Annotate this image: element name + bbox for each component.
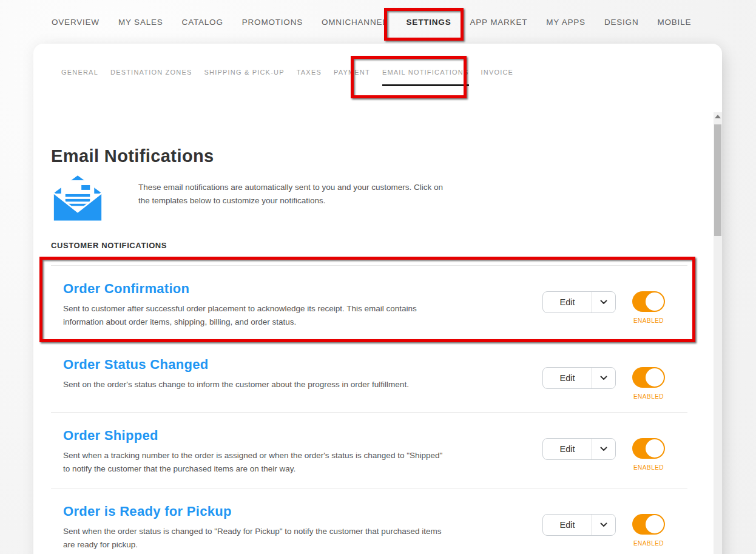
top-nav-item-design[interactable]: DESIGN <box>604 18 639 27</box>
toggle-knob <box>646 368 664 387</box>
up-arrow-icon[interactable] <box>715 115 721 118</box>
settings-panel: GENERALDESTINATION ZONESSHIPPING & PICK-… <box>33 44 722 554</box>
edit-button[interactable]: Edit <box>543 292 592 312</box>
top-nav-item-settings[interactable]: SETTINGS <box>407 18 451 27</box>
chevron-down-icon <box>600 376 607 380</box>
edit-button[interactable]: Edit <box>543 439 592 459</box>
toggle-status-label: ENABLED <box>633 464 664 471</box>
vertical-scrollbar[interactable] <box>714 112 722 554</box>
subnav-item-general[interactable]: GENERAL <box>61 69 98 76</box>
top-nav-item-omnichannel[interactable]: OMNICHANNEL <box>322 18 388 27</box>
chevron-down-icon <box>600 447 607 451</box>
notification-list: Order Confirmation Sent to customer afte… <box>51 265 687 554</box>
top-nav-item-my-apps[interactable]: MY APPS <box>546 18 586 27</box>
enabled-toggle[interactable] <box>632 438 665 459</box>
toggle-status-label: ENABLED <box>633 317 664 324</box>
top-nav: OVERVIEWMY SALESCATALOGPROMOTIONSOMNICHA… <box>52 0 691 44</box>
notification-row: Order Confirmation Sent to customer afte… <box>51 266 687 342</box>
edit-split-button: Edit <box>542 291 616 313</box>
toggle-knob <box>646 515 664 533</box>
top-nav-item-catalog[interactable]: CATALOG <box>182 18 223 27</box>
notification-title-link[interactable]: Order Confirmation <box>63 280 189 297</box>
subnav-item-invoice[interactable]: INVOICE <box>481 69 514 76</box>
chevron-down-icon <box>600 522 607 527</box>
notification-row: Order Shipped Sent when a tracking numbe… <box>51 413 687 488</box>
subnav-item-taxes[interactable]: TAXES <box>297 69 322 76</box>
subnav-item-shipping-pick-up[interactable]: SHIPPING & PICK-UP <box>204 69 284 76</box>
notification-title-link[interactable]: Order Status Changed <box>63 356 208 373</box>
edit-dropdown-button[interactable] <box>592 368 615 388</box>
toggle-knob <box>646 292 664 311</box>
top-nav-item-overview[interactable]: OVERVIEW <box>52 18 100 27</box>
page-title: Email Notifications <box>51 146 687 166</box>
notification-description: Sent on the order's status change to inf… <box>63 378 409 391</box>
edit-button[interactable]: Edit <box>543 368 592 388</box>
top-nav-item-mobile[interactable]: MOBILE <box>657 18 691 27</box>
notification-row: Order Status Changed Sent on the order's… <box>51 342 687 413</box>
edit-dropdown-button[interactable] <box>592 292 615 312</box>
edit-split-button: Edit <box>542 438 616 460</box>
edit-dropdown-button[interactable] <box>592 439 615 459</box>
chevron-down-icon <box>600 300 607 305</box>
edit-split-button: Edit <box>542 367 616 389</box>
edit-split-button: Edit <box>542 514 616 536</box>
subnav-item-payment[interactable]: PAYMENT <box>334 69 370 76</box>
notification-title-link[interactable]: Order is Ready for Pickup <box>63 503 232 520</box>
enabled-toggle[interactable] <box>632 514 665 535</box>
notification-description: Sent when the order status is changed to… <box>63 525 447 552</box>
section-label: CUSTOMER NOTIFICATIONS <box>51 241 687 250</box>
top-nav-item-promotions[interactable]: PROMOTIONS <box>242 18 303 27</box>
edit-button[interactable]: Edit <box>543 515 592 535</box>
notification-description: Sent when a tracking number to the order… <box>63 449 447 476</box>
page-description: These email notifications are automatica… <box>138 174 455 223</box>
subnav-item-email-notifications[interactable]: EMAIL NOTIFICATIONS <box>382 69 469 76</box>
enabled-toggle[interactable] <box>632 367 665 388</box>
notification-description: Sent to customer after successful order … <box>63 302 447 329</box>
scrollbar-thumb[interactable] <box>714 124 721 236</box>
top-nav-item-app-market[interactable]: APP MARKET <box>470 18 527 27</box>
toggle-knob <box>646 439 664 458</box>
toggle-status-label: ENABLED <box>633 540 664 547</box>
edit-dropdown-button[interactable] <box>592 515 615 535</box>
notification-row: Order is Ready for Pickup Sent when the … <box>51 488 687 554</box>
enabled-toggle[interactable] <box>632 291 665 312</box>
toggle-status-label: ENABLED <box>633 393 664 400</box>
notification-title-link[interactable]: Order Shipped <box>63 427 158 444</box>
settings-subnav: GENERALDESTINATION ZONESSHIPPING & PICK-… <box>51 68 687 76</box>
top-nav-item-my-sales[interactable]: MY SALES <box>118 18 163 27</box>
email-envelope-icon <box>51 174 104 223</box>
subnav-item-destination-zones[interactable]: DESTINATION ZONES <box>110 69 192 76</box>
